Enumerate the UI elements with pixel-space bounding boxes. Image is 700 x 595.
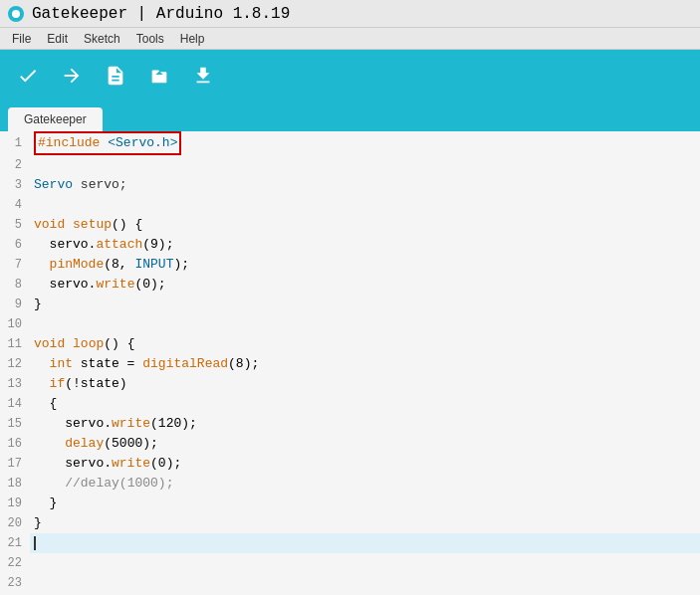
code-line-17: 17 servo.write(0); xyxy=(0,454,700,474)
line-content-1: #include <Servo.h> xyxy=(30,131,181,155)
code-line-8: 8 servo.write(0); xyxy=(0,275,700,295)
code-line-19: 19 } xyxy=(0,494,700,513)
code-editor[interactable]: 1 #include <Servo.h> 2 3 Servo servo; 4 … xyxy=(0,131,700,595)
line-num-5: 5 xyxy=(0,215,30,235)
menu-sketch[interactable]: Sketch xyxy=(76,28,128,49)
verify-button[interactable] xyxy=(10,58,46,94)
line-content-17: servo.write(0); xyxy=(30,454,181,474)
menu-file[interactable]: File xyxy=(4,28,39,49)
line-content-20: } xyxy=(30,513,42,533)
editor-area: 1 #include <Servo.h> 2 3 Servo servo; 4 … xyxy=(0,131,700,595)
line-num-16: 16 xyxy=(0,434,30,454)
code-line-5: 5 void setup() { xyxy=(0,215,700,235)
code-line-22: 22 xyxy=(0,553,700,573)
line-num-3: 3 xyxy=(0,175,30,195)
code-line-10: 10 xyxy=(0,314,700,334)
save-button[interactable] xyxy=(185,58,221,94)
line-num-15: 15 xyxy=(0,414,30,434)
code-line-23: 23 xyxy=(0,573,700,593)
line-content-14: { xyxy=(30,394,57,414)
code-line-20: 20 } xyxy=(0,513,700,533)
code-line-21: 21 xyxy=(0,533,700,553)
line-content-12: int state = digitalRead(8); xyxy=(30,354,259,374)
code-line-13: 13 if(!state) xyxy=(0,374,700,394)
open-button[interactable] xyxy=(141,58,177,94)
code-line-11: 11 void loop() { xyxy=(0,334,700,354)
line-content-8: servo.write(0); xyxy=(30,275,166,295)
line-num-18: 18 xyxy=(0,474,30,494)
code-line-9: 9 } xyxy=(0,295,700,314)
line-num-8: 8 xyxy=(0,275,30,295)
line-num-23: 23 xyxy=(0,573,30,593)
line-content-5: void setup() { xyxy=(30,215,142,235)
menu-edit[interactable]: Edit xyxy=(39,28,76,49)
line-content-19: } xyxy=(30,494,57,513)
line-num-7: 7 xyxy=(0,255,30,275)
titlebar-text: Gatekeeper | Arduino 1.8.19 xyxy=(32,5,290,23)
line-content-9: } xyxy=(30,295,42,314)
line-num-11: 11 xyxy=(0,334,30,354)
line-content-21 xyxy=(30,533,36,553)
line-content-13: if(!state) xyxy=(30,374,127,394)
line-content-18: //delay(1000); xyxy=(30,474,173,494)
line-content-7: pinMode(8, INPUT); xyxy=(30,255,189,275)
code-line-1: 1 #include <Servo.h> xyxy=(0,131,700,155)
line-num-12: 12 xyxy=(0,354,30,374)
line-content-16: delay(5000); xyxy=(30,434,158,454)
upload-button[interactable] xyxy=(54,58,90,94)
line-num-6: 6 xyxy=(0,235,30,255)
line-num-14: 14 xyxy=(0,394,30,414)
line-num-22: 22 xyxy=(0,553,30,573)
line-num-13: 13 xyxy=(0,374,30,394)
code-line-14: 14 { xyxy=(0,394,700,414)
line-content-6: servo.attach(9); xyxy=(30,235,173,255)
line-content-15: servo.write(120); xyxy=(30,414,197,434)
line-content-11: void loop() { xyxy=(30,334,134,354)
line-num-9: 9 xyxy=(0,295,30,314)
tab-gatekeeper[interactable]: Gatekeeper xyxy=(8,107,103,131)
line-content-3: Servo servo; xyxy=(30,175,127,195)
line-num-17: 17 xyxy=(0,454,30,474)
menubar: File Edit Sketch Tools Help xyxy=(0,28,700,50)
app-icon xyxy=(8,6,24,22)
code-line-12: 12 int state = digitalRead(8); xyxy=(0,354,700,374)
code-line-3: 3 Servo servo; xyxy=(0,175,700,195)
code-line-18: 18 //delay(1000); xyxy=(0,474,700,494)
line-num-19: 19 xyxy=(0,494,30,513)
menu-tools[interactable]: Tools xyxy=(128,28,172,49)
line-num-10: 10 xyxy=(0,314,30,334)
code-line-15: 15 servo.write(120); xyxy=(0,414,700,434)
code-line-16: 16 delay(5000); xyxy=(0,434,700,454)
tabbar: Gatekeeper xyxy=(0,101,700,131)
svg-point-0 xyxy=(12,10,20,18)
toolbar xyxy=(0,50,700,101)
line-num-1: 1 xyxy=(0,133,30,153)
titlebar: Gatekeeper | Arduino 1.8.19 xyxy=(0,0,700,28)
menu-help[interactable]: Help xyxy=(172,28,213,49)
new-button[interactable] xyxy=(98,58,133,94)
line-num-4: 4 xyxy=(0,195,30,215)
code-line-2: 2 xyxy=(0,155,700,175)
code-line-4: 4 xyxy=(0,195,700,215)
code-line-6: 6 servo.attach(9); xyxy=(0,235,700,255)
line-num-21: 21 xyxy=(0,533,30,553)
code-line-7: 7 pinMode(8, INPUT); xyxy=(0,255,700,275)
line-num-20: 20 xyxy=(0,513,30,533)
line-num-2: 2 xyxy=(0,155,30,175)
